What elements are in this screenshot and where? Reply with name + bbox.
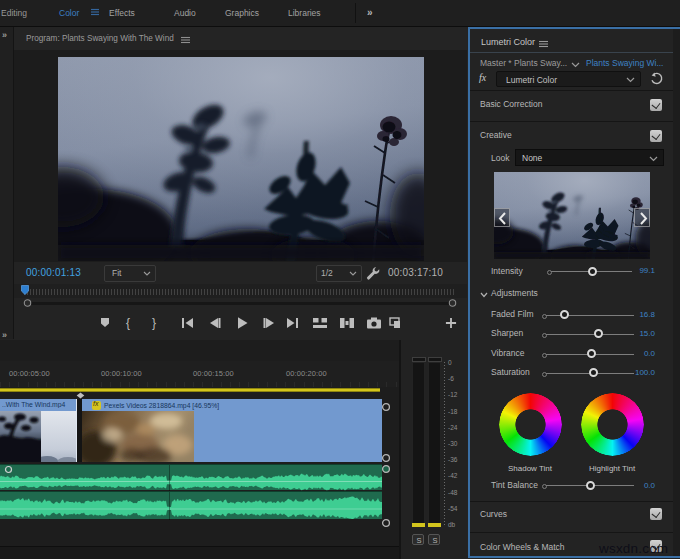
- svg-text:}: }: [152, 316, 156, 330]
- svg-text:{: {: [126, 316, 130, 330]
